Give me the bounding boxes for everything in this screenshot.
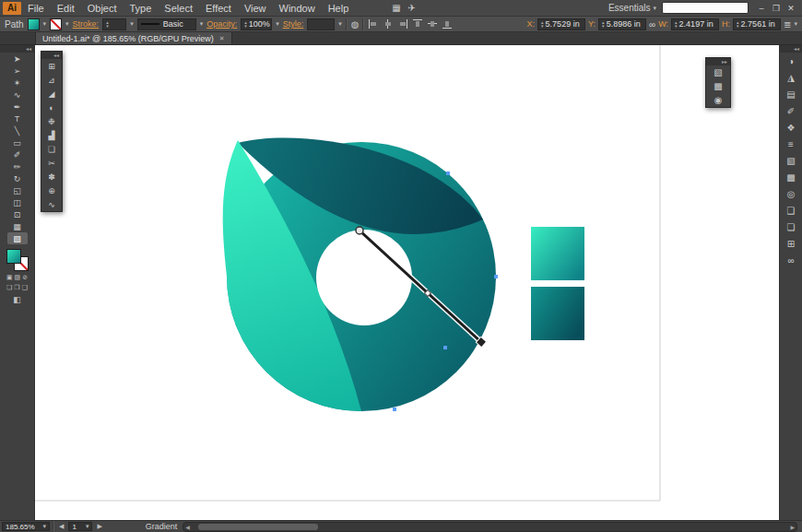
color-panel-icon[interactable]: ◑ xyxy=(782,53,801,69)
tools-collapse-icon[interactable]: ◂◂ xyxy=(0,45,34,53)
canvas[interactable] xyxy=(35,45,779,520)
screen-mode-button[interactable]: ◧ xyxy=(13,295,21,304)
symbol-sprayer-tool[interactable]: ❉ xyxy=(41,114,62,128)
align-left-icon[interactable] xyxy=(368,18,379,30)
x-field[interactable]: ▴▾ 5.7529 in xyxy=(537,18,585,30)
shape-builder-tool[interactable]: ⊞ xyxy=(41,59,62,73)
restore-button[interactable]: ❐ xyxy=(769,0,784,17)
scrollbar-thumb[interactable] xyxy=(198,524,318,530)
recolor-artwork-icon[interactable]: ◍ xyxy=(351,19,360,30)
artboards-panel-icon[interactable]: ⊞ xyxy=(782,235,801,252)
transparency-panel-icon[interactable]: ▩ xyxy=(708,79,728,93)
gradient-panel-icon[interactable]: ▧ xyxy=(708,65,728,79)
type-tool[interactable]: T xyxy=(7,112,28,124)
perspective-grid-tool[interactable]: ⊿ xyxy=(41,73,62,87)
free-transform-tool[interactable]: ⊡ xyxy=(7,208,28,220)
scroll-left-icon[interactable]: ◀ xyxy=(183,524,192,530)
style-dropdown[interactable] xyxy=(307,18,335,30)
menu-edit[interactable]: Edit xyxy=(51,0,81,17)
align-right-icon[interactable] xyxy=(397,18,408,30)
none-mode-button[interactable]: ⊘ xyxy=(22,274,28,281)
zoom-dropdown[interactable]: 185.65% ▾ xyxy=(2,522,50,531)
h-stepper[interactable]: ▴▾ xyxy=(737,20,739,28)
x-stepper[interactable]: ▴▾ xyxy=(541,20,544,28)
dock-collapse-icon[interactable]: ◂◂ xyxy=(780,45,802,53)
menu-effect[interactable]: Effect xyxy=(199,0,238,17)
zoom-tool[interactable]: ⊕ xyxy=(41,183,62,197)
graphic-styles-panel-icon[interactable]: ❑ xyxy=(782,202,801,219)
rotate-tool[interactable]: ↻ xyxy=(7,172,28,184)
workspace-switcher[interactable]: Essentials ▾ xyxy=(608,3,656,13)
curvature-tool[interactable]: ∿ xyxy=(41,197,62,211)
style-link[interactable]: Style: xyxy=(283,19,304,29)
appearance-panel-icon[interactable]: ◉ xyxy=(708,93,728,107)
gradient-square-bottom[interactable] xyxy=(531,287,584,340)
slice-tool[interactable]: ✂ xyxy=(41,156,62,170)
secondary-tools-collapse-icon[interactable]: ◂◂ xyxy=(41,52,62,59)
menu-type[interactable]: Type xyxy=(124,0,159,17)
arrange-documents-caret-icon[interactable]: ▾ xyxy=(397,5,401,12)
rectangle-tool[interactable]: ▭ xyxy=(7,136,28,148)
stroke-weight-caret-icon[interactable]: ▾ xyxy=(130,20,134,28)
swatches-panel-icon[interactable]: ▤ xyxy=(782,86,801,102)
menu-window[interactable]: Window xyxy=(273,0,322,17)
tab-close-icon[interactable]: ✕ xyxy=(219,35,225,42)
fill-caret-icon[interactable]: ▾ xyxy=(43,20,47,28)
align-center-icon[interactable] xyxy=(383,18,394,30)
stroke-color-swatch[interactable] xyxy=(50,18,62,30)
h-field[interactable]: ▴▾ 2.7561 in xyxy=(733,18,781,30)
stroke-panel-icon[interactable]: ≡ xyxy=(782,136,801,152)
gradient-tool[interactable]: ▧ xyxy=(7,232,28,244)
line-segment-tool[interactable]: ╲ xyxy=(7,124,28,136)
share-icon[interactable]: ✈ xyxy=(407,3,415,13)
y-field[interactable]: ▴▾ 5.8986 in xyxy=(598,18,646,30)
menu-file[interactable]: File xyxy=(21,0,51,17)
eyedropper-tool[interactable]: ◢ xyxy=(41,87,62,100)
anchor-point[interactable] xyxy=(494,275,498,278)
links-panel-icon[interactable]: ∞ xyxy=(782,252,801,268)
horizontal-scrollbar[interactable]: ◀ ▶ xyxy=(183,522,797,532)
minimize-button[interactable]: – xyxy=(754,0,769,17)
stroke-weight-field[interactable]: ▴▾ xyxy=(102,18,126,30)
appearance-panel-icon[interactable]: ◎ xyxy=(782,185,801,202)
anchor-point[interactable] xyxy=(446,171,450,175)
document-tab[interactable]: Untitled-1.ai* @ 185.65% (RGB/GPU Previe… xyxy=(35,32,232,44)
constrain-link-icon[interactable]: ∞ xyxy=(649,19,655,30)
opacity-link[interactable]: Opacity: xyxy=(206,19,237,29)
menu-view[interactable]: View xyxy=(238,0,273,17)
fill-color-swatch[interactable] xyxy=(28,18,40,30)
transparency-panel-icon[interactable]: ▩ xyxy=(782,169,801,185)
mesh-tool[interactable]: ▦ xyxy=(7,220,28,232)
close-button[interactable]: ✕ xyxy=(784,0,798,17)
blend-tool[interactable]: ◐ xyxy=(41,100,62,114)
selection-tool[interactable]: ➤ xyxy=(7,53,28,65)
stroke-panel-link[interactable]: Stroke: xyxy=(73,19,100,29)
layers-panel-icon[interactable]: ❏ xyxy=(782,219,801,235)
opacity-stepper[interactable]: ▴▾ xyxy=(244,20,247,28)
gradient-panel-icon[interactable]: ▧ xyxy=(782,152,801,169)
gradient-square-top[interactable] xyxy=(531,227,584,280)
opacity-field[interactable]: ▴▾ 100% xyxy=(241,18,272,30)
y-stepper[interactable]: ▴▾ xyxy=(602,20,605,28)
app-search-input[interactable] xyxy=(662,2,749,14)
gradient-annotator-start-handle[interactable] xyxy=(356,227,363,234)
scale-tool[interactable]: ◱ xyxy=(7,184,28,196)
pen-tool[interactable]: ✒ xyxy=(7,100,28,112)
fill-swatch[interactable] xyxy=(6,249,21,264)
panel-menu-icon[interactable]: ≣ xyxy=(784,19,791,30)
brush-definition-dropdown[interactable]: Basic xyxy=(137,18,196,30)
align-top-icon[interactable] xyxy=(412,18,423,30)
width-tool[interactable]: ◫ xyxy=(7,196,28,208)
panel-menu-caret-icon[interactable]: ▾ xyxy=(794,20,797,28)
magic-wand-tool[interactable]: ✶ xyxy=(7,77,28,89)
opacity-caret-icon[interactable]: ▾ xyxy=(276,20,279,28)
prev-artboard-button[interactable]: ◀ xyxy=(57,523,65,530)
color-guide-panel-icon[interactable]: ◮ xyxy=(782,69,801,86)
symbols-panel-icon[interactable]: ❖ xyxy=(782,119,801,136)
paintbrush-tool[interactable]: ✐ xyxy=(7,148,28,160)
w-field[interactable]: ▴▾ 2.4197 in xyxy=(671,18,719,30)
pencil-tool[interactable]: ✏ xyxy=(7,160,28,172)
column-graph-tool[interactable]: ▟ xyxy=(41,128,62,142)
draw-inside-button[interactable]: ❑ xyxy=(22,284,28,291)
scroll-right-icon[interactable]: ▶ xyxy=(788,524,796,530)
